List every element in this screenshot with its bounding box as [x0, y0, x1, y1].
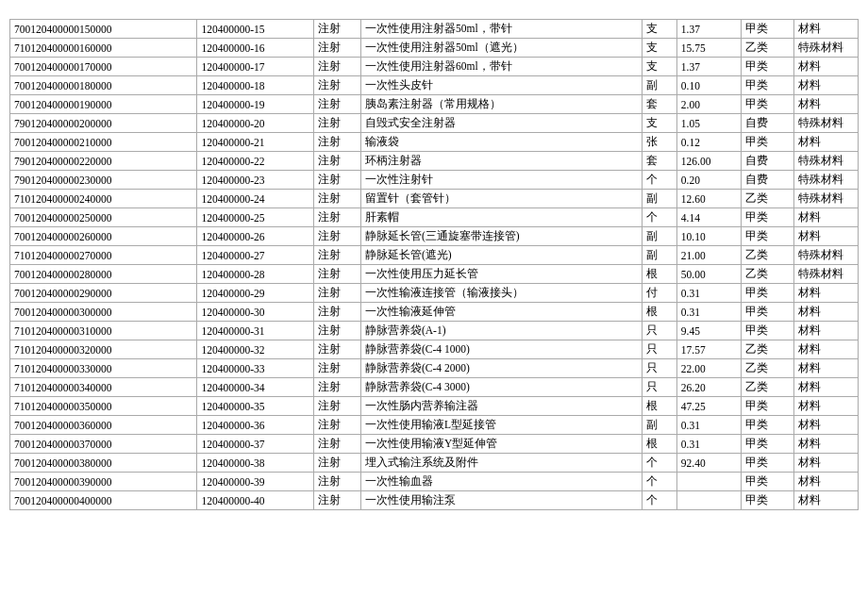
cell-code: 120400000-40: [197, 491, 314, 510]
cell-unit: 只: [642, 322, 676, 340]
cell-cat: 甲类: [741, 454, 793, 473]
cell-name: 埋入式输注系统及附件: [360, 454, 642, 473]
cell-price: 12.60: [676, 190, 741, 208]
cell-unit: 只: [642, 378, 676, 397]
table-row: 700120400000400000120400000-40注射一次性使用输注泵…: [10, 491, 859, 510]
cell-unit: 副: [642, 227, 676, 246]
cell-unit: 只: [642, 340, 676, 359]
cell-type: 注射: [314, 58, 361, 76]
cell-unit: 副: [642, 76, 676, 95]
cell-mat: 材料: [793, 227, 858, 246]
cell-cat: 乙类: [741, 340, 793, 359]
cell-type: 注射: [314, 359, 361, 378]
cell-unit: 个: [642, 473, 676, 491]
cell-unit: 个: [642, 454, 676, 473]
cell-code: 120400000-31: [197, 322, 314, 340]
cell-type: 注射: [314, 171, 361, 190]
cell-cat: 自费: [741, 152, 793, 171]
cell-id: 790120400000230000: [10, 171, 197, 190]
cell-code: 120400000-16: [197, 39, 314, 58]
cell-price: 50.00: [676, 265, 741, 284]
table-row: 700120400000180000120400000-18注射一次性头皮针副0…: [10, 76, 859, 95]
cell-cat: 甲类: [741, 284, 793, 303]
cell-unit: 支: [642, 20, 676, 39]
cell-unit: 套: [642, 152, 676, 171]
cell-id: 700120400000210000: [10, 133, 197, 152]
cell-unit: 支: [642, 114, 676, 133]
table-row: 790120400000200000120400000-20注射自毁式安全注射器…: [10, 114, 859, 133]
cell-price: [676, 491, 741, 510]
cell-name: 一次性头皮针: [360, 76, 642, 95]
cell-price: 0.10: [676, 76, 741, 95]
cell-cat: 甲类: [741, 322, 793, 340]
cell-type: 注射: [314, 454, 361, 473]
cell-code: 120400000-32: [197, 340, 314, 359]
cell-cat: 甲类: [741, 133, 793, 152]
cell-unit: 个: [642, 491, 676, 510]
cell-code: 120400000-27: [197, 246, 314, 265]
cell-id: 700120400000300000: [10, 303, 197, 322]
cell-cat: 乙类: [741, 39, 793, 58]
table-row: 710120400000350000120400000-35注射一次性肠内营养输…: [10, 397, 859, 416]
cell-type: 注射: [314, 152, 361, 171]
table-row: 700120400000210000120400000-21注射输液袋张0.12…: [10, 133, 859, 152]
cell-unit: 个: [642, 208, 676, 227]
cell-cat: 乙类: [741, 378, 793, 397]
cell-unit: 张: [642, 133, 676, 152]
cell-code: 120400000-37: [197, 435, 314, 454]
cell-cat: 甲类: [741, 491, 793, 510]
cell-name: 输液袋: [360, 133, 642, 152]
cell-name: 胰岛素注射器（常用规格）: [360, 95, 642, 114]
cell-cat: 甲类: [741, 20, 793, 39]
cell-name: 环柄注射器: [360, 152, 642, 171]
cell-id: 700120400000150000: [10, 20, 197, 39]
cell-price: 4.14: [676, 208, 741, 227]
cell-unit: 支: [642, 39, 676, 58]
table-row: 710120400000310000120400000-31注射静脉营养袋(A-…: [10, 322, 859, 340]
cell-name: 一次性使用注射器50ml，带针: [360, 20, 642, 39]
cell-id: 710120400000310000: [10, 322, 197, 340]
cell-code: 120400000-26: [197, 227, 314, 246]
cell-code: 120400000-38: [197, 454, 314, 473]
cell-code: 120400000-35: [197, 397, 314, 416]
cell-name: 留置针（套管针）: [360, 190, 642, 208]
cell-unit: 个: [642, 171, 676, 190]
cell-cat: 乙类: [741, 265, 793, 284]
table-row: 700120400000150000120400000-15注射一次性使用注射器…: [10, 20, 859, 39]
cell-id: 710120400000340000: [10, 378, 197, 397]
cell-mat: 材料: [793, 491, 858, 510]
cell-mat: 材料: [793, 340, 858, 359]
cell-code: 120400000-17: [197, 58, 314, 76]
table-row: 700120400000290000120400000-29注射一次性输液连接管…: [10, 284, 859, 303]
cell-mat: 特殊材料: [793, 114, 858, 133]
cell-code: 120400000-18: [197, 76, 314, 95]
cell-id: 710120400000270000: [10, 246, 197, 265]
cell-id: 700120400000400000: [10, 491, 197, 510]
cell-type: 注射: [314, 190, 361, 208]
cell-mat: 特殊材料: [793, 171, 858, 190]
cell-type: 注射: [314, 435, 361, 454]
cell-mat: 特殊材料: [793, 265, 858, 284]
cell-price: 92.40: [676, 454, 741, 473]
cell-name: 一次性使用输注泵: [360, 491, 642, 510]
cell-mat: 材料: [793, 435, 858, 454]
cell-name: 静脉营养袋(C-4 3000): [360, 378, 642, 397]
cell-name: 自毁式安全注射器: [360, 114, 642, 133]
cell-name: 一次性输液延伸管: [360, 303, 642, 322]
cell-name: 静脉延长管(三通旋塞带连接管): [360, 227, 642, 246]
cell-id: 710120400000240000: [10, 190, 197, 208]
cell-unit: 支: [642, 58, 676, 76]
cell-mat: 材料: [793, 133, 858, 152]
cell-name: 一次性使用输液Y型延伸管: [360, 435, 642, 454]
cell-type: 注射: [314, 20, 361, 39]
cell-name: 肝素帽: [360, 208, 642, 227]
cell-price: 0.31: [676, 284, 741, 303]
cell-id: 710120400000320000: [10, 340, 197, 359]
cell-cat: 甲类: [741, 58, 793, 76]
cell-price: [676, 473, 741, 491]
cell-mat: 材料: [793, 95, 858, 114]
cell-price: 1.37: [676, 20, 741, 39]
cell-code: 120400000-30: [197, 303, 314, 322]
cell-type: 注射: [314, 114, 361, 133]
cell-code: 120400000-28: [197, 265, 314, 284]
